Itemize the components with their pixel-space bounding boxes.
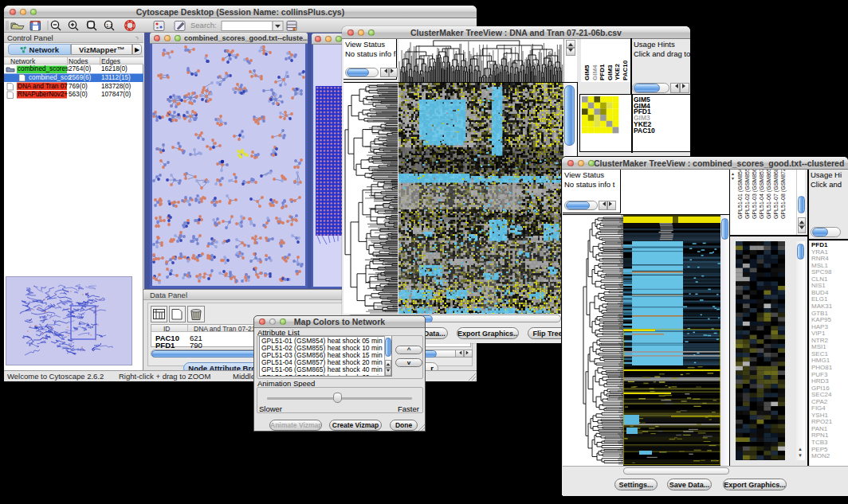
svg-text:GIM5: GIM5 — [583, 64, 591, 80]
svg-text:YKE2: YKE2 — [614, 64, 621, 80]
svg-text:1:1: 1:1 — [106, 23, 113, 28]
svg-text:Search:: Search: — [190, 21, 217, 29]
svg-text:GPL51-06 (GSM865): GPL51-06 (GSM865) — [766, 170, 772, 219]
svg-text:GPL51-07 (GSM868): GPL51-07 (GSM868) — [773, 170, 779, 219]
svg-text:GPL51-03 (GSM856): GPL51-03 (GSM856) — [752, 170, 758, 219]
svg-text:GPL51-02 (GSM855): GPL51-02 (GSM855) — [744, 170, 751, 219]
svg-text:GIM4: GIM4 — [591, 64, 599, 80]
svg-text:PAC10: PAC10 — [622, 60, 629, 80]
svg-text:GIM3: GIM3 — [607, 64, 614, 80]
svg-text:GPL51-08 (GSM872): GPL51-08 (GSM872) — [780, 170, 787, 219]
svg-text:GPL51-04 (GSM857): GPL51-04 (GSM857) — [759, 170, 765, 219]
svg-text:GPL51-01 (GSM854): GPL51-01 (GSM854) — [737, 170, 744, 219]
svg-text:PFD1: PFD1 — [599, 64, 606, 80]
